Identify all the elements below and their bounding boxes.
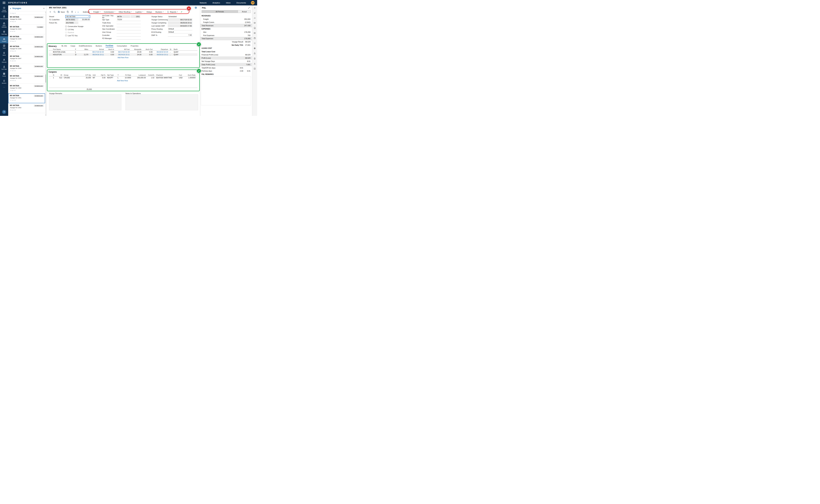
list-item-voyage-1544[interactable]: MV AKTAIA Voyage No 1544 29 Jul 15 CLOSE… [8, 25, 45, 34]
pnl-row-freight-comm[interactable]: Freight Comm.(2,562) [200, 21, 252, 24]
document-icon[interactable] [254, 27, 256, 29]
voyage-completing-field[interactable]: 06/25/18 23:11 [168, 21, 192, 24]
book-icon[interactable] [254, 68, 256, 70]
tab-draft-restrictions[interactable]: Draft/Restrictions [79, 45, 92, 47]
expand-icon[interactable] [248, 7, 250, 9]
list-item-voyage-1549[interactable]: MV AKTAIA Voyage No 1549 09 Feb 18 SCHED… [8, 74, 45, 84]
gear-icon[interactable] [254, 47, 256, 49]
table-icon[interactable] [254, 32, 256, 34]
tab-bl-info[interactable]: BL Info [61, 45, 67, 47]
menu-delays[interactable]: Delays [145, 10, 154, 13]
scroll-up-icon[interactable]: ▲ [45, 11, 46, 13]
checkbox-consecutive-voyage[interactable]: Consecutive Voyage [65, 25, 92, 28]
list-item-voyage-1548[interactable]: MV AKTAIA Voyage No 1548 27 Jan 18 SCHED… [8, 64, 45, 74]
trade-area-field[interactable] [117, 21, 141, 24]
opr-type-field[interactable]: TCOV [117, 18, 141, 21]
close-icon[interactable]: × [43, 7, 45, 10]
tab-properties[interactable]: Properties [130, 45, 138, 47]
nav-inbox[interactable]: Inbox [226, 2, 231, 4]
checkbox-last-tci-voy[interactable]: Last TCI Voy [65, 34, 92, 37]
menu-laytime[interactable]: Laytime▾ [133, 10, 145, 13]
sidebar-item-tasks[interactable]: Tasks [0, 43, 8, 50]
sidebar-item-berth-schedule[interactable]: Berth Schedule [0, 21, 8, 29]
copy-icon[interactable] [67, 11, 69, 13]
menu-bunkers[interactable]: Bunkers▾ [154, 10, 165, 13]
sidebar-item-port-calls[interactable]: Port Calls [0, 64, 8, 71]
itinerary-row-houston[interactable]: … HOUSTON D 2,170 06/24/18 23:11 0.00 06… [49, 53, 197, 56]
delete-icon[interactable] [71, 11, 73, 13]
voyage-remarks-textarea[interactable] [49, 94, 121, 110]
vessel-select[interactable]: MV AKTAIA ▾ [65, 15, 90, 18]
next-record-icon[interactable]: › [78, 11, 78, 13]
sidebar-item-fleet-map[interactable]: Fleet Map [0, 29, 8, 36]
scroll-down-icon[interactable]: ▼ [45, 114, 46, 116]
menu-commission[interactable]: Commission▾ [102, 10, 117, 13]
user-avatar[interactable]: OB [251, 1, 255, 5]
list-scrollbar[interactable]: ▲ ▼ [45, 11, 46, 116]
tc-code-field[interactable]: AKTA-I0001 [65, 18, 78, 21]
list-item-voyage-1551-selected[interactable]: MV AKTAIA Voyage No 1551 17 Jun 18 SCHED… [8, 93, 45, 103]
tab-actual[interactable]: Actual [238, 10, 251, 13]
checkbox-ls-only[interactable]: LS Only [65, 28, 92, 31]
tab-all-periods[interactable]: All Periods [202, 10, 238, 13]
tc-hire-field[interactable]: 20,000.00 [79, 18, 90, 21]
voy-no-field[interactable]: 1551 [130, 15, 140, 18]
pnl-row-port-expenses[interactable]: Port Expenses700 [200, 34, 252, 37]
row-handle-icon[interactable]: … [49, 53, 52, 56]
search-icon[interactable] [53, 11, 56, 13]
scrollbar-thumb[interactable] [45, 74, 46, 83]
pnl-remarks-textarea[interactable] [201, 76, 251, 105]
tab-cargo[interactable]: Cargo [70, 45, 75, 47]
sidebar-item-bunkers[interactable]: Bunkers [0, 78, 8, 85]
list-icon[interactable] [254, 42, 256, 44]
notes-to-operations-textarea[interactable] [125, 94, 198, 110]
nav-documents[interactable]: Documents [237, 2, 246, 4]
itinerary-row-boston[interactable]: … BOSTON (USA) L 06/17/18 02:20 0.00 06/… [49, 51, 197, 53]
hamburger-menu-icon[interactable] [3, 1, 5, 4]
sidebar-item-alerts[interactable]: Alerts [0, 50, 8, 57]
previous-record-icon[interactable]: ‹ [75, 11, 76, 13]
sidebar-item-port-schedule[interactable]: Port Schedule [0, 14, 8, 21]
dwf-field[interactable]: 7.00 [168, 34, 192, 37]
itinerary-add-new-row[interactable]: Add New Row [49, 57, 197, 58]
list-item-voyage-1546[interactable]: MV AKTAIA Voyage No 1546 02 Nov 15 SCHED… [8, 44, 45, 54]
piracy-routing-field[interactable]: Default [168, 28, 192, 30]
calendar-icon[interactable] [254, 37, 256, 39]
eca-routing-field[interactable]: Default [168, 31, 192, 33]
sidebar-item-voyages[interactable]: Voyages [0, 36, 8, 43]
tab-bunkers[interactable]: Bunkers [96, 45, 102, 47]
list-item-voyage-1540[interactable]: MV AKTAIA Voyage No 1540 09 Sep 15 SCHED… [8, 15, 45, 25]
user-group-field[interactable] [117, 31, 141, 33]
collapse-panel-icon[interactable]: » [10, 7, 11, 10]
line-chart-icon[interactable] [254, 12, 256, 14]
row-handle-icon[interactable]: … [49, 51, 52, 53]
menu-reports[interactable]: Reports▾ [165, 10, 179, 13]
help-button[interactable]: ? [2, 110, 6, 114]
cargo-row[interactable]: … 1 513 CRUDE 25,000 MT 0.00 NOOPT L 10.… [49, 76, 196, 79]
row-handle-icon[interactable]: … [49, 76, 52, 79]
sidebar-item-forms[interactable]: Forms [0, 71, 8, 78]
save-button[interactable]: Save [58, 11, 65, 13]
sidebar-item-vessel-schedule[interactable]: Vessel Schedule [0, 5, 8, 14]
menu-freight[interactable]: Freight▾ [91, 10, 102, 13]
fd-manager-field[interactable] [117, 37, 141, 40]
nav-analytics[interactable]: Analytics [213, 2, 220, 4]
cargoes-add-new-row[interactable]: Add New Row [49, 80, 196, 82]
menu-estimate[interactable]: Estimate [81, 10, 91, 13]
collapse-rail-icon[interactable]: « [254, 7, 255, 9]
globe-icon[interactable] [194, 6, 197, 9]
nav-network[interactable]: Network [199, 2, 207, 4]
pnl-row-freight[interactable]: Freight250,000 [200, 18, 252, 21]
menu-other-rev-exp[interactable]: Other Rev/Exp▾ [117, 10, 134, 13]
list-item-voyage-1550[interactable]: MV AKTAIA Voyage No 1550 12 Apr 18 SCHED… [8, 84, 45, 93]
sidebar-item-onboard[interactable]: Onboard [0, 57, 8, 64]
pnl-row-hire[interactable]: Hire178,208 [200, 30, 252, 34]
fixture-no-field[interactable]: 20170006 [65, 21, 78, 24]
list-item-voyage-1552[interactable]: MV AKTAIA Voyage No 1552 26 Jun 18 SCHED… [8, 103, 45, 113]
bar-chart-icon[interactable] [254, 17, 256, 19]
tab-consumption[interactable]: Consumption [117, 45, 127, 47]
list-item-voyage-1547[interactable]: MV AKTAIA Voyage No 1547 01 Jan 18 SCHED… [8, 54, 45, 64]
list-item-partial[interactable]: 21 Aug 14 [8, 11, 45, 15]
lock-icon[interactable] [254, 52, 256, 55]
add-icon[interactable] [49, 11, 51, 13]
